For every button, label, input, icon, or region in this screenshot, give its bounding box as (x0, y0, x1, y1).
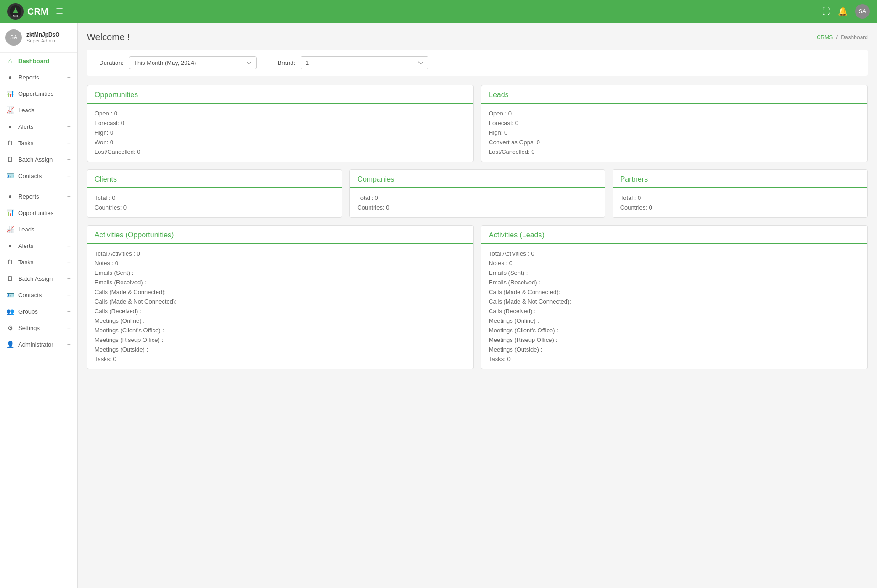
act-leads-meetings-online: Meetings (Online) : (489, 317, 860, 324)
sidebar-item-opportunities-2[interactable]: 📊 Opportunities (0, 205, 77, 221)
sidebar-item-leads-1[interactable]: 📈 Leads (0, 102, 77, 118)
breadcrumb: CRMS / Dashboard (817, 34, 868, 41)
leads-icon-2: 📈 (6, 226, 14, 233)
act-leads-notes: Notes : 0 (489, 260, 860, 267)
breadcrumb-separator: / (836, 34, 838, 41)
groups-plus[interactable]: + (67, 308, 71, 315)
sidebar-item-opportunities-1[interactable]: 📊 Opportunities (0, 85, 77, 102)
act-opps-meetings-riseup: Meetings (Riseup Office) : (95, 336, 466, 343)
row-2: Clients Total : 0 Countries: 0 Companies… (87, 169, 868, 218)
companies-card: Companies Total : 0 Countries: 0 (349, 169, 605, 218)
row-1: Opportunities Open : 0 Forecast: 0 High:… (87, 85, 868, 162)
sidebar-item-dashboard[interactable]: ⌂ Dashboard (0, 52, 77, 69)
act-leads-total: Total Activities : 0 (489, 250, 860, 257)
brand-select[interactable]: 1 (301, 56, 428, 69)
home-icon: ⌂ (6, 57, 14, 64)
act-opps-calls-received: Calls (Received) : (95, 308, 466, 315)
companies-countries: Countries: 0 (357, 204, 597, 211)
clients-countries: Countries: 0 (95, 204, 334, 211)
logo-icon: RISE (7, 3, 24, 20)
act-leads-meetings-client: Meetings (Client's Office) : (489, 327, 860, 334)
sidebar-item-alerts-2[interactable]: ● Alerts + (0, 237, 77, 254)
duration-select[interactable]: This Month (May, 2024) (129, 56, 257, 69)
main-content: Welcome ! CRMS / Dashboard Duration: Thi… (78, 23, 877, 588)
sidebar-item-reports-1[interactable]: ● Reports + (0, 69, 77, 85)
act-leads-tasks: Tasks: 0 (489, 356, 860, 362)
activities-opps-body: Total Activities : 0 Notes : 0 Emails (S… (87, 244, 473, 369)
sidebar-divider (0, 186, 77, 186)
leads-card: Leads Open : 0 Forecast: 0 High: 0 Conve… (481, 85, 868, 162)
sidebar-item-groups[interactable]: 👥 Groups + (0, 303, 77, 320)
administrator-icon: 👤 (6, 341, 14, 348)
opportunities-card-body: Open : 0 Forecast: 0 High: 0 Won: 0 Lost… (87, 104, 473, 162)
sidebar-item-settings[interactable]: ⚙ Settings + (0, 320, 77, 336)
reports-icon-2: ● (6, 193, 14, 200)
fullscreen-icon[interactable]: ⛶ (822, 7, 830, 16)
sidebar-item-batch-assign-1[interactable]: 🗒 Batch Assign + (0, 151, 77, 168)
act-leads-calls-received: Calls (Received) : (489, 308, 860, 315)
sidebar-item-batch-assign-2[interactable]: 🗒 Batch Assign + (0, 270, 77, 287)
act-opps-tasks: Tasks: 0 (95, 356, 466, 362)
logo[interactable]: RISE CRM (7, 3, 48, 20)
companies-card-header: Companies (350, 170, 604, 188)
alerts-plus-1[interactable]: + (67, 123, 71, 130)
user-avatar[interactable]: SA (855, 4, 870, 19)
leads-card-title: Leads (489, 91, 860, 99)
contacts-plus-1[interactable]: + (67, 172, 71, 179)
top-nav-right: ⛶ 🔔 SA (822, 4, 870, 19)
act-opps-meetings-online: Meetings (Online) : (95, 317, 466, 324)
clients-card-header: Clients (87, 170, 342, 188)
reports-plus-2[interactable]: + (67, 193, 71, 200)
hamburger-icon[interactable]: ☰ (56, 6, 63, 16)
batch-assign-plus-2[interactable]: + (67, 275, 71, 282)
tasks-plus-1[interactable]: + (67, 139, 71, 147)
reports-plus-1[interactable]: + (67, 74, 71, 81)
partners-card: Partners Total : 0 Countries: 0 (613, 169, 868, 218)
svg-text:RISE: RISE (13, 15, 18, 17)
batch-assign-plus-1[interactable]: + (67, 156, 71, 163)
sidebar-item-tasks-1[interactable]: 🗒 Tasks + (0, 135, 77, 151)
activities-leads-title: Activities (Leads) (489, 231, 860, 239)
sidebar-item-contacts-2[interactable]: 🪪 Contacts + (0, 287, 77, 303)
alerts-plus-2[interactable]: + (67, 242, 71, 249)
tasks-plus-2[interactable]: + (67, 258, 71, 266)
sidebar-user[interactable]: SA zktMnJpDsO Super Admin (0, 23, 77, 52)
sidebar-item-leads-2[interactable]: 📈 Leads (0, 221, 77, 237)
act-opps-calls-made-not-connected: Calls (Made & Not Connected): (95, 298, 466, 305)
row-3: Activities (Opportunities) Total Activit… (87, 225, 868, 369)
contacts-icon-1: 🪪 (6, 172, 14, 179)
leads-lost: Lost/Cancelled: 0 (489, 148, 860, 155)
opps-forecast: Forecast: 0 (95, 120, 466, 126)
breadcrumb-current: Dashboard (841, 34, 868, 41)
partners-card-body: Total : 0 Countries: 0 (613, 188, 867, 217)
page-title: Welcome ! (87, 32, 130, 42)
administrator-plus[interactable]: + (67, 341, 71, 348)
clients-card-body: Total : 0 Countries: 0 (87, 188, 342, 217)
opportunities-card: Opportunities Open : 0 Forecast: 0 High:… (87, 85, 474, 162)
tasks-icon-2: 🗒 (6, 258, 14, 266)
clients-card: Clients Total : 0 Countries: 0 (87, 169, 342, 218)
bell-icon[interactable]: 🔔 (838, 6, 848, 16)
sidebar-user-avatar: SA (5, 29, 22, 46)
sidebar-user-info: zktMnJpDsO Super Admin (26, 31, 60, 43)
sidebar-item-tasks-2[interactable]: 🗒 Tasks + (0, 254, 77, 270)
groups-icon: 👥 (6, 308, 14, 315)
sidebar-item-alerts-1[interactable]: ● Alerts + (0, 118, 77, 135)
alerts-icon-2: ● (6, 242, 14, 249)
activities-leads-card: Activities (Leads) Total Activities : 0 … (481, 225, 868, 369)
leads-card-body: Open : 0 Forecast: 0 High: 0 Convert as … (481, 104, 867, 162)
duration-filter-group: Duration: This Month (May, 2024) (96, 56, 257, 69)
breadcrumb-crms[interactable]: CRMS (817, 34, 833, 41)
settings-plus[interactable]: + (67, 324, 71, 331)
sidebar-item-administrator[interactable]: 👤 Administrator + (0, 336, 77, 352)
act-leads-emails-received: Emails (Received) : (489, 279, 860, 286)
clients-total: Total : 0 (95, 194, 334, 201)
activities-leads-body: Total Activities : 0 Notes : 0 Emails (S… (481, 244, 867, 369)
clients-card-title: Clients (95, 175, 334, 184)
sidebar-item-reports-2[interactable]: ● Reports + (0, 188, 77, 205)
leads-open: Open : 0 (489, 110, 860, 117)
reports-icon-1: ● (6, 74, 14, 81)
sidebar-item-contacts-1[interactable]: 🪪 Contacts + (0, 168, 77, 184)
filters-row: Duration: This Month (May, 2024) Brand: … (87, 50, 868, 76)
contacts-plus-2[interactable]: + (67, 291, 71, 299)
